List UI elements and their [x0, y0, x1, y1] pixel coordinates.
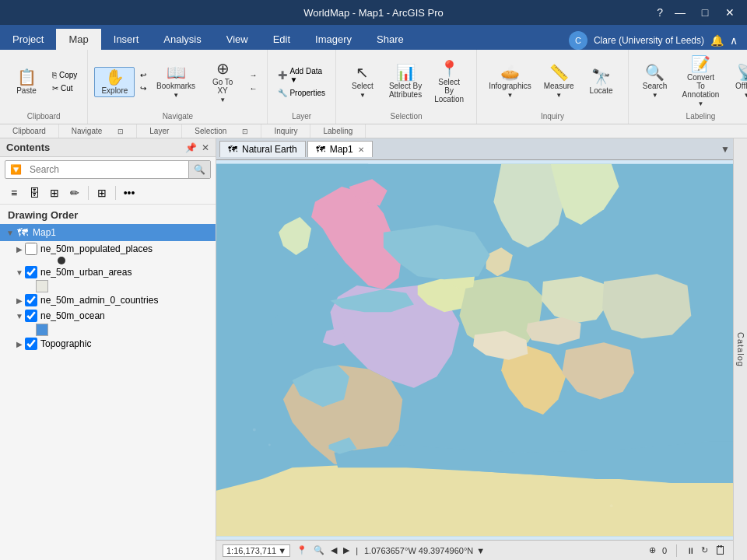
- layer-props-icon: 🔧: [278, 89, 287, 97]
- layer-item-countries[interactable]: ▶ ne_50m_admin_0_countries: [0, 292, 216, 308]
- tab-insert[interactable]: Insert: [101, 29, 152, 50]
- panel-close-icon[interactable]: ✕: [202, 142, 209, 153]
- navigate-buttons: ✋ Explore ↩ ↪ 📖 Bookmarks ▼ ⊕ Go To XY ▼: [94, 53, 261, 110]
- navigate-label: Navigate: [163, 110, 193, 121]
- map-tab-natural-earth[interactable]: 🗺 Natural Earth: [219, 141, 306, 157]
- ribbon-collapse-icon[interactable]: ∧: [730, 34, 738, 47]
- offline-button[interactable]: 📡 Offline ▼: [726, 62, 747, 101]
- redo-button[interactable]: ↪: [136, 82, 150, 94]
- layer-item-ocean[interactable]: ▼ ne_50m_ocean: [0, 308, 216, 324]
- scale-selector[interactable]: 1:16,173,711 ▼: [223, 544, 290, 557]
- layer-name-populated: ne_50m_populated_places: [40, 243, 153, 254]
- coords-dropdown-icon[interactable]: ▼: [476, 546, 485, 555]
- layer-check-populated[interactable]: [25, 243, 37, 255]
- search-address-button[interactable]: 🔍 Search ▼: [635, 62, 675, 101]
- layer-item-map1[interactable]: ▼ 🗺 Map1: [0, 224, 216, 241]
- notifications-icon[interactable]: 🔔: [710, 34, 724, 47]
- search-input[interactable]: [26, 162, 188, 177]
- tab-share[interactable]: Share: [364, 29, 416, 50]
- refresh-button[interactable]: ↻: [701, 545, 708, 555]
- layer-buttons: ➕ Add Data ▼ 🔧 Properties: [274, 53, 329, 110]
- layer-item-populated[interactable]: ▶ ne_50m_populated_places: [0, 241, 216, 257]
- coordinates-display: 1.0763657°W 49.3974960°N ▼: [364, 546, 485, 555]
- scale-value: 1:16,173,711: [226, 546, 276, 555]
- layer-item-topographic[interactable]: ▶ Topographic: [0, 336, 216, 352]
- tab-map[interactable]: Map: [56, 29, 100, 50]
- nav-prev-icon[interactable]: ◀: [331, 545, 337, 555]
- tab-analysis[interactable]: Analysis: [151, 29, 213, 50]
- labeling-buttons: 🔍 Search ▼ 📝 Convert ToAnnotation ▼ 📡 Of…: [635, 53, 747, 110]
- minimize-button[interactable]: —: [669, 5, 691, 20]
- edit-layer-button[interactable]: ✏: [65, 184, 84, 201]
- undo-button[interactable]: ↩: [136, 69, 150, 81]
- nav-forward-button[interactable]: →: [245, 69, 261, 81]
- map1-tab-close[interactable]: ✕: [358, 145, 364, 154]
- go-to-xy-button[interactable]: ⊕ Go To XY ▼: [202, 58, 244, 106]
- add-data-button[interactable]: ➕ Add Data ▼: [274, 65, 329, 86]
- locate-icon: 🔭: [591, 69, 611, 85]
- measure-button[interactable]: 📏 Measure ▼: [538, 62, 580, 101]
- user-avatar[interactable]: C: [569, 31, 587, 50]
- layer-check-topographic[interactable]: [25, 338, 37, 350]
- layer-expand-countries[interactable]: ▶: [14, 296, 25, 305]
- select-button[interactable]: ↖ Select ▼: [342, 62, 383, 101]
- catalog-sidebar[interactable]: Catalog: [733, 138, 747, 560]
- paste-button[interactable]: 📋 Paste: [6, 67, 47, 97]
- paste-icon: 📋: [17, 69, 37, 85]
- select-by-location-button[interactable]: 📍 Select ByLocation: [428, 58, 470, 106]
- selection-expand-icon[interactable]: ⊡: [242, 128, 248, 135]
- locate-button[interactable]: 🔭 Locate: [581, 67, 622, 97]
- map-area: 🗺 Natural Earth 🗺 Map1 ✕ ▼: [216, 138, 733, 560]
- layer-expand-ocean[interactable]: ▼: [14, 312, 25, 320]
- copy-button[interactable]: ⎘ Copy: [48, 69, 81, 81]
- selection-buttons: ↖ Select ▼ 📊 Select ByAttributes 📍 Selec…: [342, 53, 470, 110]
- options-button[interactable]: •••: [120, 184, 139, 201]
- layer-section-label: Layer: [149, 127, 169, 135]
- filter-button[interactable]: ⊞: [45, 184, 64, 201]
- explore-button[interactable]: ✋ Explore: [94, 67, 135, 97]
- convert-annotation-button[interactable]: 📝 Convert ToAnnotation ▼: [677, 54, 725, 110]
- tab-view[interactable]: View: [214, 29, 261, 50]
- map-canvas[interactable]: [216, 160, 733, 540]
- close-button[interactable]: ✕: [719, 5, 741, 20]
- inquiry-group: 🥧 Infographics ▼ 📏 Measure ▼ 🔭 Locate In…: [477, 50, 628, 124]
- help-button[interactable]: ?: [657, 6, 663, 19]
- cut-button[interactable]: ✂ Cut: [48, 82, 81, 94]
- layer-props-button[interactable]: 🔧 Properties: [274, 87, 329, 99]
- tab-project[interactable]: Project: [0, 29, 56, 50]
- select-by-attributes-button[interactable]: 📊 Select ByAttributes: [384, 62, 426, 101]
- layer-item-urban[interactable]: ▼ ne_50m_urban_areas: [0, 264, 216, 280]
- tab-edit[interactable]: Edit: [261, 29, 303, 50]
- summary-icon[interactable]: 🗒: [714, 544, 727, 558]
- natural-earth-tab-icon: 🗺: [228, 144, 237, 155]
- location-bar-icon: 📍: [296, 545, 307, 555]
- infographics-button[interactable]: 🥧 Infographics ▼: [483, 62, 536, 101]
- maximize-button[interactable]: □: [694, 5, 716, 20]
- layer-expand-topographic[interactable]: ▶: [14, 340, 25, 348]
- nav-back-button[interactable]: ←: [245, 82, 261, 94]
- navigate-expand-icon[interactable]: ⊡: [117, 128, 124, 135]
- pause-button[interactable]: ⏸: [686, 546, 695, 555]
- search-button[interactable]: 🔍: [188, 161, 210, 178]
- list-view-button[interactable]: ≡: [5, 184, 23, 201]
- layer-expand-populated[interactable]: ▶: [14, 245, 25, 254]
- add-layer-button[interactable]: ⊞: [93, 184, 111, 201]
- select-attributes-icon: 📊: [396, 65, 416, 80]
- pin-icon[interactable]: 📌: [185, 142, 197, 153]
- layer-check-countries[interactable]: [25, 294, 37, 306]
- layer-expand-map1[interactable]: ▼: [5, 229, 16, 237]
- map-tab-map1[interactable]: 🗺 Map1 ✕: [307, 141, 373, 157]
- layer-check-ocean[interactable]: [25, 310, 37, 322]
- selection-section-label: Selection: [195, 127, 226, 135]
- filter-icon[interactable]: 🔽: [5, 161, 26, 178]
- db-view-button[interactable]: 🗄: [25, 184, 44, 201]
- ocean-swatch-row: [0, 324, 216, 336]
- bookmarks-button[interactable]: 📖 Bookmarks ▼: [152, 62, 200, 101]
- nav-back-icon: ←: [249, 84, 257, 93]
- tab-imagery[interactable]: Imagery: [303, 29, 364, 50]
- title-bar: WorldMap - Map1 - ArcGIS Pro ? — □ ✕: [0, 0, 747, 25]
- layer-check-urban[interactable]: [25, 266, 37, 278]
- nav-next-icon[interactable]: ▶: [343, 545, 349, 555]
- layer-expand-urban[interactable]: ▼: [14, 268, 25, 277]
- map-tab-dropdown[interactable]: ▼: [721, 144, 730, 155]
